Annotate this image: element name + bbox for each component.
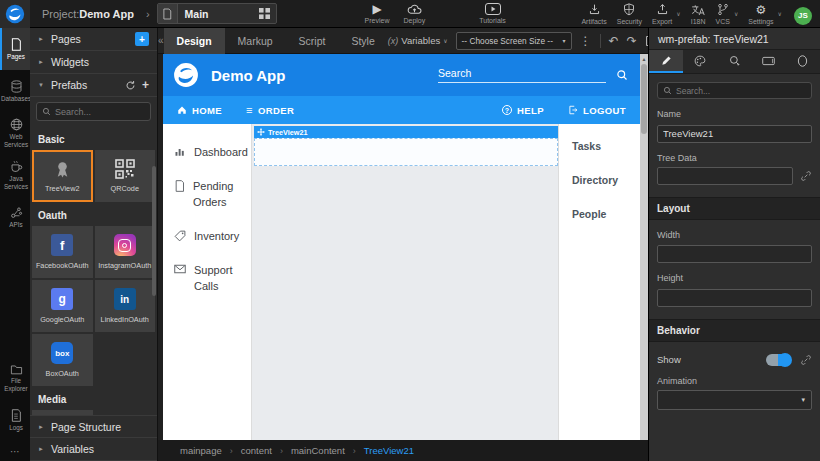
prefab-tile-qrcode[interactable]: QRCode <box>95 150 156 202</box>
search-icon <box>663 86 672 95</box>
page-structure-section-header[interactable]: ► Page Structure <box>30 415 157 438</box>
breadcrumb-bar: mainpage content mainContent TreeView21 <box>158 440 648 461</box>
user-avatar[interactable]: JS <box>794 7 812 25</box>
scroll-up-arrow-icon[interactable]: ▲ <box>640 54 648 62</box>
export-button[interactable]: Export <box>652 3 672 25</box>
add-page-button[interactable]: + <box>135 32 149 46</box>
layout-section-header[interactable]: Layout <box>649 197 820 220</box>
prefab-tile-boxoauth[interactable]: box BoxOAuth <box>32 334 93 386</box>
breadcrumb-maincontent[interactable]: mainContent <box>272 445 345 456</box>
rail-item-apis[interactable]: APIs <box>0 196 30 238</box>
tab-inspect[interactable] <box>717 50 751 73</box>
properties-search-input[interactable] <box>676 86 806 96</box>
move-icon <box>257 128 265 136</box>
rail-item-databases[interactable]: Databases <box>0 70 30 112</box>
rail-item-pages[interactable]: Pages <box>0 28 30 70</box>
undo-button[interactable]: ↶ <box>609 34 619 48</box>
preview-button[interactable]: ▶ Preview <box>365 3 390 24</box>
rail-item-web-services[interactable]: Web Services <box>0 112 30 154</box>
height-input[interactable] <box>657 289 812 307</box>
nav-help[interactable]: ? HELP <box>502 105 544 116</box>
settings-button[interactable]: ⚙ Settings <box>748 4 773 25</box>
rail-item-logs[interactable]: Logs <box>0 399 30 441</box>
name-input[interactable] <box>657 125 812 143</box>
rail-item-java-services[interactable]: Java Services <box>0 154 30 196</box>
sidebar-item-inventory[interactable]: Inventory <box>163 220 251 254</box>
properties-search[interactable] <box>657 82 812 99</box>
nav-order[interactable]: ≡ ORDER <box>246 104 294 116</box>
prefabs-section-header[interactable]: ▼ Prefabs + <box>30 74 157 97</box>
tutorials-button[interactable]: Tutorials <box>479 3 506 24</box>
nav-logout[interactable]: LOGOUT <box>568 105 626 116</box>
show-toggle[interactable] <box>766 354 791 366</box>
file-icon <box>174 180 185 211</box>
rail-item-file-explorer[interactable]: File Explorer <box>0 357 30 399</box>
refresh-prefabs-icon[interactable] <box>125 80 136 91</box>
tab-device[interactable] <box>752 50 786 73</box>
bind-link-icon[interactable] <box>800 354 812 366</box>
app-search-field[interactable]: Search <box>438 67 606 83</box>
page-selector[interactable]: Main <box>157 3 277 24</box>
tree-data-input[interactable] <box>657 167 793 185</box>
panel-item-people[interactable]: People <box>572 208 640 220</box>
tab-properties[interactable] <box>649 50 683 73</box>
prefab-search[interactable] <box>36 102 151 121</box>
widgets-section-header[interactable]: ► Widgets <box>30 51 157 74</box>
prefab-tile-treeview2[interactable]: TreeView2 <box>32 150 93 202</box>
tab-design[interactable]: Design <box>164 28 225 54</box>
panel-item-directory[interactable]: Directory <box>572 174 640 186</box>
canvas-scrollbar-thumb[interactable] <box>641 64 647 134</box>
prefab-search-input[interactable] <box>55 107 145 117</box>
width-input[interactable] <box>657 245 812 263</box>
artifacts-download-icon <box>588 3 601 16</box>
prefab-tile-facebookoauth[interactable]: f FacebookOAuth <box>32 226 93 278</box>
wavemaker-logo[interactable] <box>0 0 30 28</box>
breadcrumb-mainpage[interactable]: mainpage <box>180 445 222 456</box>
sidebar-item-pending-orders[interactable]: Pending Orders <box>163 170 251 220</box>
animation-label: Animation <box>657 376 812 386</box>
prefab-tile-media[interactable]: ▶ <box>32 410 93 415</box>
canvas-scrollbar[interactable]: ▲ <box>640 54 648 440</box>
panel-item-tasks[interactable]: Tasks <box>572 140 640 152</box>
artifacts-button[interactable]: Artifacts <box>581 3 606 25</box>
variables-section-header[interactable]: ► Variables <box>30 438 157 461</box>
breadcrumb-treeview21[interactable]: TreeView21 <box>345 445 414 456</box>
sidebar-item-dashboard[interactable]: Dashboard <box>163 136 251 170</box>
tab-styles[interactable] <box>683 50 717 73</box>
rail-more-button[interactable]: ⋯ <box>0 441 30 461</box>
export-upload-icon <box>656 3 669 16</box>
security-button[interactable]: Security <box>617 3 642 25</box>
variables-dropdown[interactable]: (x) Variables ∨ <box>388 35 448 46</box>
animation-select[interactable]: ▾ <box>657 390 812 410</box>
prefab-tile-instagramoauth[interactable]: InstagramOAuth <box>95 226 156 278</box>
sidebar-item-support-calls[interactable]: Support Calls <box>163 254 251 304</box>
prefab-tile-linkedinoauth[interactable]: in LinkedInOAuth <box>95 280 156 332</box>
behavior-section-header[interactable]: Behavior <box>649 319 820 342</box>
deploy-button[interactable]: Deploy <box>403 3 425 24</box>
more-options-button[interactable]: ⋮ <box>580 34 592 48</box>
treeview-widget-body[interactable] <box>254 138 558 166</box>
screen-size-select[interactable]: -- Choose Screen Size -- ▾ <box>456 32 572 50</box>
properties-panel: wm-prefab: TreeView21 Name <box>648 28 820 461</box>
treeview-widget-label[interactable]: TreeView21 <box>254 126 558 138</box>
search-icon[interactable] <box>616 69 628 81</box>
pages-section-header[interactable]: ► Pages + <box>30 28 157 51</box>
tab-style[interactable]: Style <box>338 28 387 54</box>
select-caret-icon: ▾ <box>801 396 805 404</box>
tab-markup[interactable]: Markup <box>225 28 286 54</box>
nav-home[interactable]: HOME <box>177 105 222 116</box>
explorer-scrollbar[interactable] <box>152 166 156 296</box>
bind-link-icon[interactable] <box>800 170 812 182</box>
collapsed-arrow-icon: ► <box>38 424 45 430</box>
add-prefab-button[interactable]: + <box>142 78 149 92</box>
treeview-widget[interactable]: TreeView21 <box>254 126 558 166</box>
tab-script[interactable]: Script <box>286 28 339 54</box>
prefab-list: Basic TreeView2 QRCode Oauth <box>30 126 157 415</box>
vcs-button[interactable]: VCS <box>715 3 729 25</box>
tab-state[interactable] <box>786 50 820 73</box>
breadcrumb-content[interactable]: content <box>222 445 272 456</box>
branch-icon <box>717 3 729 16</box>
prefab-tile-googleoauth[interactable]: g GoogleOAuth <box>32 280 93 332</box>
i18n-button[interactable]: I18N <box>691 4 706 25</box>
redo-button[interactable]: ↷ <box>627 34 637 48</box>
